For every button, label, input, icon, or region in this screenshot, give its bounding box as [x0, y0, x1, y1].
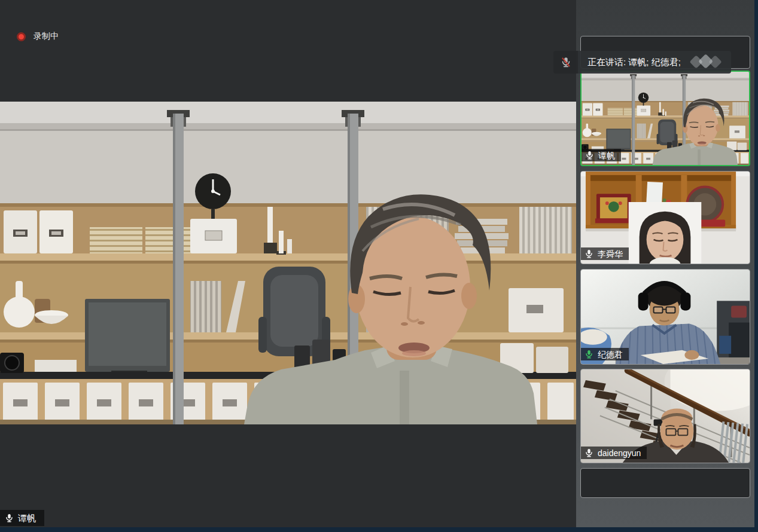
- main-video-feed: [0, 102, 576, 424]
- participant-name: 纪德君: [598, 350, 623, 359]
- microphone-icon: [585, 249, 593, 258]
- muted-mic-icon[interactable]: [553, 51, 578, 74]
- participant-name-tag: daidengyun: [581, 447, 647, 459]
- main-speaker-name: 谭帆: [18, 513, 36, 522]
- main-video[interactable]: 录制中 谭帆: [0, 0, 576, 527]
- meeting-window: 录制中 谭帆 谭帆: [0, 0, 758, 532]
- participant-name-tag: 谭帆: [582, 149, 621, 161]
- video-scene-bookshelf: [0, 102, 576, 424]
- microphone-speaking-icon: [585, 350, 593, 359]
- participant-tile-lishunhua[interactable]: 李舜华: [580, 171, 750, 264]
- participant-name: daidengyun: [598, 449, 641, 457]
- participant-name: 李舜华: [598, 250, 623, 258]
- microphone-icon: [5, 513, 14, 522]
- participants-panel: 谭帆 李舜华 纪德君: [576, 0, 754, 527]
- recording-indicator: 录制中: [17, 31, 59, 42]
- main-speaker-name-tag: 谭帆: [0, 510, 44, 526]
- speaking-toast-body: 正在讲话: 谭帆; 纪德君;: [578, 51, 731, 74]
- participant-tile-jidejun[interactable]: 纪德君: [580, 269, 750, 365]
- participant-tile-daidengyun[interactable]: daidengyun: [580, 369, 750, 463]
- participant-tile-tanfan[interactable]: 谭帆: [580, 71, 750, 166]
- participant-tile-partial-bottom[interactable]: [580, 468, 750, 498]
- participant-name: 谭帆: [598, 151, 615, 160]
- microphone-icon: [585, 448, 593, 457]
- recording-dot-icon: [17, 32, 26, 41]
- speaking-toast: 正在讲话: 谭帆; 纪德君;: [553, 51, 731, 74]
- participant-name-tag: 纪德君: [581, 348, 629, 360]
- speaking-toast-text: 正在讲话: 谭帆; 纪德君;: [587, 57, 681, 68]
- meeting-logo-icon: [689, 53, 724, 72]
- recording-label: 录制中: [34, 31, 59, 42]
- microphone-icon: [585, 151, 594, 160]
- participant-name-tag: 李舜华: [581, 247, 629, 260]
